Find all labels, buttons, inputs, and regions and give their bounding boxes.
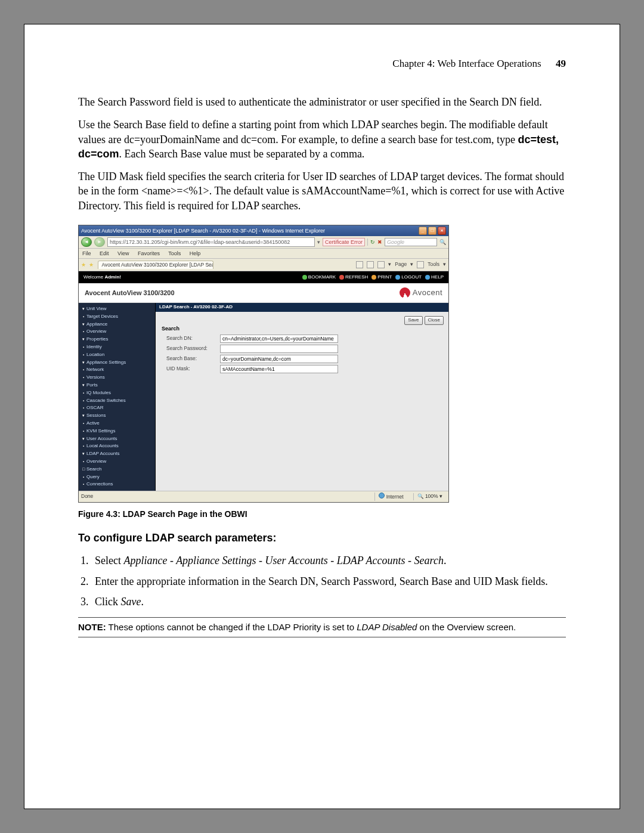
sidebar-item[interactable]: Network <box>79 366 155 374</box>
address-bar[interactable]: https://172.30.31.205/cgi-bin/kvm.cgi?&f… <box>107 237 315 247</box>
sidebar-item[interactable]: Appliance <box>79 321 155 329</box>
sidebar-item-label: Overview <box>86 459 106 465</box>
sidebar-item-label: LDAP Accounts <box>86 451 119 457</box>
sidebar-item[interactable]: Properties <box>79 336 155 343</box>
sidebar-item-label: Properties <box>86 336 108 343</box>
status-left: Done <box>81 493 93 500</box>
status-right: Internet 🔍 100% ▾ <box>374 493 446 500</box>
menu-help[interactable]: Help <box>190 250 201 256</box>
stop-icon[interactable]: ✖ <box>377 239 382 246</box>
sidebar-item[interactable]: Overview <box>79 458 155 466</box>
page-menu[interactable]: Page <box>395 261 407 268</box>
sidebar-item[interactable]: Query <box>79 473 155 481</box>
sidebar-item-label: Unit View <box>86 306 107 312</box>
input-search-password[interactable] <box>220 345 338 353</box>
input-search-dn[interactable] <box>220 335 338 343</box>
content-panel: LDAP Search - AV3200 02-3F-AD Save Close… <box>156 303 448 491</box>
chevron-down-icon <box>81 413 86 419</box>
bullet-icon <box>81 481 86 488</box>
navbar-right: ▾ Certificate Error ↻ ✖ Google 🔍 <box>317 238 446 246</box>
refresh-link[interactable]: REFRESH <box>339 274 368 281</box>
maximize-button[interactable]: □ <box>428 227 436 235</box>
sidebar-item-label: Local Accounts <box>86 443 119 450</box>
sidebar-item-label: IQ Modules <box>86 390 111 397</box>
sidebar-item[interactable]: Ports <box>79 382 155 389</box>
bullet-icon <box>81 367 86 373</box>
favorites-icon[interactable]: ★ ★ <box>81 261 94 268</box>
feeds-icon[interactable] <box>367 261 374 268</box>
sidebar-item-label: Ports <box>86 382 98 389</box>
bookmark-icon <box>302 275 307 280</box>
italic-text: Save <box>121 596 141 608</box>
sidebar-item[interactable]: Identity <box>79 343 155 351</box>
menu-tools[interactable]: Tools <box>168 250 181 256</box>
refresh-icon[interactable]: ↻ <box>370 239 375 246</box>
step-2: Enter the appropriate information in the… <box>91 574 566 589</box>
tab-toolbar: ▾ Page ▾ Tools ▾ <box>356 261 446 268</box>
menu-file[interactable]: File <box>82 250 91 256</box>
browser-tab[interactable]: Avocent AutoView 3100/3200 Explorer [LDA… <box>98 261 213 269</box>
home-icon[interactable] <box>356 261 363 268</box>
sidebar-item[interactable]: KVM Settings <box>79 428 155 435</box>
sidebar-item[interactable]: Unit View <box>79 305 155 313</box>
tools-icon[interactable] <box>417 261 424 268</box>
text: . <box>444 555 447 566</box>
sidebar-item-label: Sessions <box>86 413 106 419</box>
bullet-icon <box>81 344 86 351</box>
menu-favorites[interactable]: Favorites <box>138 250 160 256</box>
input-search-base[interactable] <box>220 355 338 363</box>
input-uid-mask[interactable] <box>220 365 338 373</box>
sidebar-item[interactable]: User Accounts <box>79 435 155 443</box>
sidebar-item[interactable]: Location <box>79 351 155 359</box>
sidebar-item[interactable]: Appliance Settings <box>79 359 155 367</box>
sidebar-item[interactable]: Local Accounts <box>79 442 155 450</box>
sidebar-item[interactable]: Sessions <box>79 412 155 420</box>
paragraph-search-password: The Search Password field is used to aut… <box>78 95 566 109</box>
chevron-down-icon <box>81 321 86 328</box>
bullet-icon <box>81 474 86 481</box>
print-link[interactable]: PRINT <box>371 274 392 281</box>
sidebar-item[interactable]: Active <box>79 420 155 428</box>
sidebar-item[interactable]: Versions <box>79 374 155 382</box>
product-bar: Avocent AutoView 3100/3200 Avocent <box>79 283 448 303</box>
sidebar-item[interactable]: Search <box>79 466 155 473</box>
sidebar-item[interactable]: Cascade Switches <box>79 397 155 405</box>
document-page: Chapter 4: Web Interface Operations 49 T… <box>24 24 620 809</box>
sidebar-item[interactable]: Overview <box>79 328 155 336</box>
sidebar-item[interactable]: OSCAR <box>79 404 155 412</box>
italic-text: Appliance - Appliance Settings - User Ac… <box>123 555 443 566</box>
logout-link[interactable]: LOGOUT <box>395 274 422 281</box>
sidebar-item[interactable]: LDAP Accounts <box>79 450 155 458</box>
save-button[interactable]: Save <box>404 316 422 325</box>
bullet-icon <box>81 443 86 450</box>
close-button[interactable]: × <box>438 227 446 235</box>
sidebar-item[interactable]: Target Devices <box>79 313 155 321</box>
status-zoom[interactable]: 🔍 100% ▾ <box>413 493 447 500</box>
screenshot-ie-window: Avocent AutoView 3100/3200 Explorer [LDA… <box>78 225 449 503</box>
brand-logo: Avocent <box>400 287 442 298</box>
menu-view[interactable]: View <box>117 250 129 256</box>
print-icon[interactable] <box>377 261 385 268</box>
search-icon[interactable]: 🔍 <box>439 239 446 246</box>
bookmark-link[interactable]: BOOKMARK <box>302 274 336 281</box>
sidebar-item[interactable]: Connections <box>79 481 155 488</box>
product-name: Avocent AutoView 3100/3200 <box>85 289 175 298</box>
certificate-error[interactable]: Certificate Error <box>323 238 365 246</box>
minimize-button[interactable]: _ <box>419 227 427 235</box>
help-link[interactable]: HELP <box>425 274 444 281</box>
forward-button[interactable]: ► <box>94 237 105 247</box>
back-button[interactable]: ◄ <box>81 237 92 247</box>
label-uid-mask: UID Mask: <box>166 366 220 372</box>
menu-edit[interactable]: Edit <box>100 250 109 256</box>
section-label: Search <box>162 325 445 332</box>
tools-menu[interactable]: Tools <box>428 261 439 268</box>
text: Click <box>95 596 121 608</box>
note-block: NOTE: These options cannot be changed if… <box>78 617 566 637</box>
search-box[interactable]: Google <box>385 238 437 246</box>
bullet-icon <box>81 374 86 381</box>
chevron-down-icon <box>81 451 86 457</box>
sidebar-item[interactable]: IQ Modules <box>79 389 155 397</box>
close-panel-button[interactable]: Close <box>425 316 444 325</box>
box-icon <box>81 466 86 473</box>
brand-text: Avocent <box>413 287 442 298</box>
